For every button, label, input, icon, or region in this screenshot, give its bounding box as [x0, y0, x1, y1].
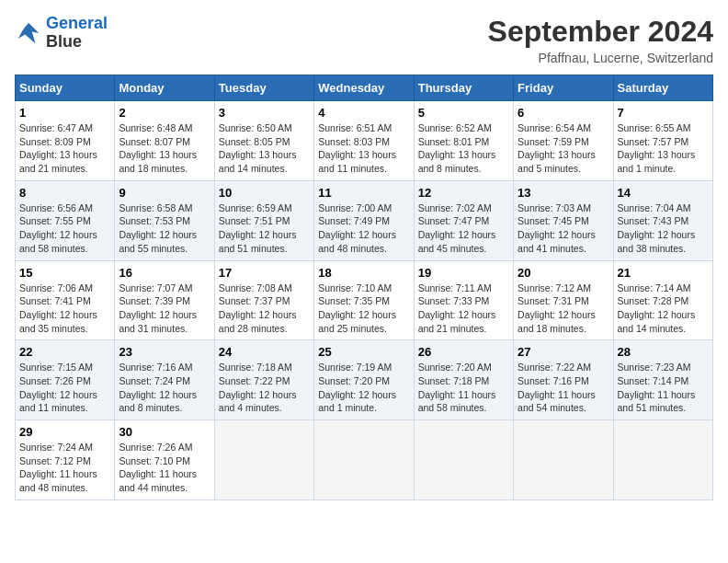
table-row: 16 Sunrise: 7:07 AM Sunset: 7:39 PM Dayl… — [115, 260, 214, 340]
day-number: 15 — [19, 266, 110, 280]
table-row: 22 Sunrise: 7:15 AM Sunset: 7:26 PM Dayl… — [16, 340, 115, 420]
table-row: 28 Sunrise: 7:23 AM Sunset: 7:14 PM Dayl… — [613, 340, 712, 420]
table-row: 15 Sunrise: 7:06 AM Sunset: 7:41 PM Dayl… — [16, 260, 115, 340]
day-info: Sunrise: 6:50 AM Sunset: 8:05 PM Dayligh… — [219, 121, 310, 176]
day-info: Sunrise: 6:52 AM Sunset: 8:01 PM Dayligh… — [418, 121, 509, 176]
day-info: Sunrise: 7:08 AM Sunset: 7:37 PM Dayligh… — [219, 282, 310, 336]
table-row: 18 Sunrise: 7:10 AM Sunset: 7:35 PM Dayl… — [314, 260, 414, 340]
table-row: 7 Sunrise: 6:55 AM Sunset: 7:57 PM Dayli… — [613, 101, 712, 181]
day-number: 21 — [618, 266, 709, 280]
day-info: Sunrise: 7:24 AM Sunset: 7:12 PM Dayligh… — [19, 441, 110, 495]
calendar-row: 1 Sunrise: 6:47 AM Sunset: 8:09 PM Dayli… — [16, 101, 713, 181]
day-number: 7 — [618, 106, 709, 120]
col-friday: Friday — [514, 75, 613, 101]
day-info: Sunrise: 7:11 AM Sunset: 7:33 PM Dayligh… — [418, 282, 509, 336]
logo-icon — [15, 19, 42, 47]
day-info: Sunrise: 7:19 AM Sunset: 7:20 PM Dayligh… — [318, 361, 409, 415]
calendar-header: Sunday Monday Tuesday Wednesday Thursday… — [16, 75, 713, 101]
day-number: 28 — [618, 345, 709, 359]
day-number: 18 — [318, 266, 409, 280]
table-row: 27 Sunrise: 7:22 AM Sunset: 7:16 PM Dayl… — [514, 340, 613, 420]
header-row: Sunday Monday Tuesday Wednesday Thursday… — [16, 75, 713, 101]
table-row: 20 Sunrise: 7:12 AM Sunset: 7:31 PM Dayl… — [514, 260, 613, 340]
calendar-body: 1 Sunrise: 6:47 AM Sunset: 8:09 PM Dayli… — [16, 101, 713, 500]
col-wednesday: Wednesday — [314, 75, 414, 101]
table-row — [514, 420, 613, 500]
day-info: Sunrise: 6:55 AM Sunset: 7:57 PM Dayligh… — [618, 121, 709, 176]
day-info: Sunrise: 7:00 AM Sunset: 7:49 PM Dayligh… — [318, 201, 409, 256]
day-info: Sunrise: 6:56 AM Sunset: 7:55 PM Dayligh… — [19, 201, 110, 256]
day-number: 30 — [119, 425, 210, 439]
table-row — [314, 420, 414, 500]
calendar-row: 29 Sunrise: 7:24 AM Sunset: 7:12 PM Dayl… — [16, 420, 713, 500]
day-number: 2 — [119, 106, 210, 120]
title-block: September 2024 Pfaffnau, Lucerne, Switze… — [488, 15, 713, 65]
col-sunday: Sunday — [16, 75, 115, 101]
table-row: 8 Sunrise: 6:56 AM Sunset: 7:55 PM Dayli… — [16, 180, 115, 260]
table-row: 17 Sunrise: 7:08 AM Sunset: 7:37 PM Dayl… — [214, 260, 313, 340]
day-number: 27 — [518, 345, 609, 359]
calendar-row: 8 Sunrise: 6:56 AM Sunset: 7:55 PM Dayli… — [16, 180, 713, 260]
table-row: 5 Sunrise: 6:52 AM Sunset: 8:01 PM Dayli… — [414, 101, 513, 181]
table-row: 6 Sunrise: 6:54 AM Sunset: 7:59 PM Dayli… — [514, 101, 613, 181]
day-number: 23 — [119, 345, 210, 359]
day-info: Sunrise: 7:14 AM Sunset: 7:28 PM Dayligh… — [618, 282, 709, 336]
day-info: Sunrise: 7:16 AM Sunset: 7:24 PM Dayligh… — [119, 361, 210, 415]
svg-marker-0 — [18, 23, 40, 44]
location-text: Pfaffnau, Lucerne, Switzerland — [488, 51, 713, 65]
day-info: Sunrise: 7:22 AM Sunset: 7:16 PM Dayligh… — [518, 361, 609, 415]
day-number: 17 — [219, 266, 310, 280]
day-number: 12 — [418, 186, 509, 200]
table-row: 21 Sunrise: 7:14 AM Sunset: 7:28 PM Dayl… — [613, 260, 712, 340]
day-info: Sunrise: 7:12 AM Sunset: 7:31 PM Dayligh… — [518, 282, 609, 336]
day-info: Sunrise: 7:07 AM Sunset: 7:39 PM Dayligh… — [119, 282, 210, 336]
day-number: 14 — [618, 186, 709, 200]
day-info: Sunrise: 6:48 AM Sunset: 8:07 PM Dayligh… — [119, 121, 210, 176]
day-info: Sunrise: 7:06 AM Sunset: 7:41 PM Dayligh… — [19, 282, 110, 336]
logo: General Blue — [15, 15, 108, 52]
table-row: 4 Sunrise: 6:51 AM Sunset: 8:03 PM Dayli… — [314, 101, 414, 181]
col-tuesday: Tuesday — [214, 75, 313, 101]
logo-text: General Blue — [46, 15, 108, 52]
table-row — [214, 420, 313, 500]
month-title: September 2024 — [488, 15, 713, 49]
table-row: 9 Sunrise: 6:58 AM Sunset: 7:53 PM Dayli… — [115, 180, 214, 260]
table-row — [613, 420, 712, 500]
table-row: 3 Sunrise: 6:50 AM Sunset: 8:05 PM Dayli… — [214, 101, 313, 181]
day-info: Sunrise: 6:54 AM Sunset: 7:59 PM Dayligh… — [518, 121, 609, 176]
table-row — [414, 420, 513, 500]
day-number: 25 — [318, 345, 409, 359]
day-number: 20 — [518, 266, 609, 280]
day-number: 19 — [418, 266, 509, 280]
day-info: Sunrise: 7:26 AM Sunset: 7:10 PM Dayligh… — [119, 441, 210, 495]
day-number: 22 — [19, 345, 110, 359]
table-row: 13 Sunrise: 7:03 AM Sunset: 7:45 PM Dayl… — [514, 180, 613, 260]
table-row: 2 Sunrise: 6:48 AM Sunset: 8:07 PM Dayli… — [115, 101, 214, 181]
col-monday: Monday — [115, 75, 214, 101]
day-info: Sunrise: 7:15 AM Sunset: 7:26 PM Dayligh… — [19, 361, 110, 415]
day-number: 3 — [219, 106, 310, 120]
table-row: 11 Sunrise: 7:00 AM Sunset: 7:49 PM Dayl… — [314, 180, 414, 260]
calendar-row: 22 Sunrise: 7:15 AM Sunset: 7:26 PM Dayl… — [16, 340, 713, 420]
day-number: 6 — [518, 106, 609, 120]
table-row: 19 Sunrise: 7:11 AM Sunset: 7:33 PM Dayl… — [414, 260, 513, 340]
table-row: 26 Sunrise: 7:20 AM Sunset: 7:18 PM Dayl… — [414, 340, 513, 420]
day-info: Sunrise: 6:58 AM Sunset: 7:53 PM Dayligh… — [119, 201, 210, 256]
day-number: 10 — [219, 186, 310, 200]
day-info: Sunrise: 6:47 AM Sunset: 8:09 PM Dayligh… — [19, 121, 110, 176]
table-row: 10 Sunrise: 6:59 AM Sunset: 7:51 PM Dayl… — [214, 180, 313, 260]
table-row: 25 Sunrise: 7:19 AM Sunset: 7:20 PM Dayl… — [314, 340, 414, 420]
day-number: 26 — [418, 345, 509, 359]
table-row: 30 Sunrise: 7:26 AM Sunset: 7:10 PM Dayl… — [115, 420, 214, 500]
day-number: 5 — [418, 106, 509, 120]
day-info: Sunrise: 7:04 AM Sunset: 7:43 PM Dayligh… — [618, 201, 709, 256]
day-number: 16 — [119, 266, 210, 280]
day-number: 24 — [219, 345, 310, 359]
page-header: General Blue September 2024 Pfaffnau, Lu… — [15, 15, 713, 65]
day-number: 8 — [19, 186, 110, 200]
day-number: 13 — [518, 186, 609, 200]
day-info: Sunrise: 6:59 AM Sunset: 7:51 PM Dayligh… — [219, 201, 310, 256]
calendar-row: 15 Sunrise: 7:06 AM Sunset: 7:41 PM Dayl… — [16, 260, 713, 340]
day-number: 11 — [318, 186, 409, 200]
table-row: 24 Sunrise: 7:18 AM Sunset: 7:22 PM Dayl… — [214, 340, 313, 420]
